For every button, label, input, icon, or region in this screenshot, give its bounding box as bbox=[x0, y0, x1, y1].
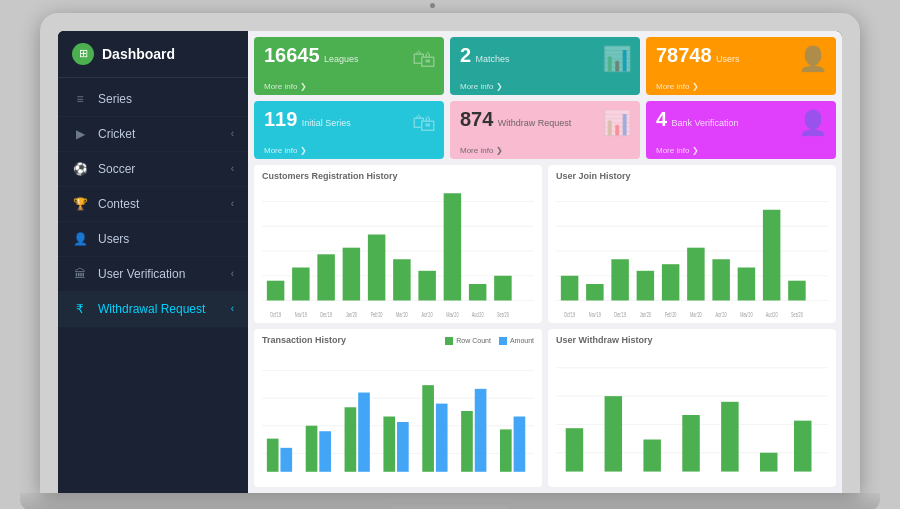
svg-rect-74 bbox=[643, 439, 660, 471]
sidebar-item-users[interactable]: 👤 Users bbox=[58, 222, 248, 257]
svg-rect-37 bbox=[738, 267, 755, 300]
laptop-screen-frame: ⊞ Dashboard ≡ Series ▶ Cricket ‹ bbox=[40, 13, 860, 493]
svg-rect-7 bbox=[317, 254, 334, 300]
initial-series-icon: 🛍 bbox=[412, 109, 436, 137]
leagues-number: 16645 bbox=[264, 44, 320, 66]
stat-card-initial-series: 119 Initial Series 🛍 More info ❯ bbox=[254, 101, 444, 159]
svg-text:Aug'20: Aug'20 bbox=[766, 310, 778, 316]
stat-card-matches: 2 Matches 📊 More info ❯ bbox=[450, 37, 640, 95]
chart-registration-svg: Oct'19 Nov'19 Dec'19 Jan'20 Feb'20 Mar'2… bbox=[262, 185, 534, 317]
legend-amount-label: Amount bbox=[510, 337, 534, 344]
svg-text:Aug'20: Aug'20 bbox=[472, 310, 484, 316]
soccer-icon: ⚽ bbox=[72, 162, 88, 176]
cricket-icon: ▶ bbox=[72, 127, 88, 141]
sidebar: ⊞ Dashboard ≡ Series ▶ Cricket ‹ bbox=[58, 31, 248, 493]
svg-rect-8 bbox=[343, 247, 360, 300]
cricket-label: Cricket bbox=[98, 127, 221, 141]
sidebar-item-withdrawal[interactable]: ₹ Withdrawal Request ‹ bbox=[58, 292, 248, 327]
sidebar-header: ⊞ Dashboard bbox=[58, 31, 248, 78]
withdraw-number: 874 bbox=[460, 108, 493, 130]
users-icon: 👤 bbox=[72, 232, 88, 246]
withdraw-label: Withdraw Request bbox=[498, 118, 572, 128]
user-verification-label: User Verification bbox=[98, 267, 221, 281]
svg-rect-10 bbox=[393, 259, 410, 300]
legend-row-count: Row Count bbox=[445, 337, 491, 345]
svg-rect-61 bbox=[280, 447, 292, 471]
svg-rect-32 bbox=[611, 259, 628, 300]
charts-top-row: Customers Registration History bbox=[248, 165, 842, 329]
svg-rect-9 bbox=[368, 234, 385, 300]
svg-text:Oct'19: Oct'19 bbox=[564, 310, 575, 316]
initial-series-more[interactable]: More info ❯ bbox=[264, 146, 307, 155]
withdrawal-icon: ₹ bbox=[72, 302, 88, 316]
svg-rect-31 bbox=[586, 284, 603, 301]
svg-text:Feb'20: Feb'20 bbox=[371, 310, 383, 316]
svg-rect-33 bbox=[637, 270, 654, 300]
svg-text:Sep'20: Sep'20 bbox=[791, 310, 803, 316]
withdraw-icon: 📊 bbox=[602, 109, 632, 137]
series-label: Series bbox=[98, 92, 234, 106]
cricket-chevron: ‹ bbox=[231, 128, 234, 139]
users-label: Users bbox=[98, 232, 234, 246]
chart-registration: Customers Registration History bbox=[254, 165, 542, 323]
stats-row-2: 119 Initial Series 🛍 More info ❯ 874 Wit… bbox=[248, 101, 842, 165]
camera-bar bbox=[40, 0, 824, 13]
svg-rect-34 bbox=[662, 264, 679, 300]
leagues-icon: 🛍 bbox=[412, 45, 436, 73]
users-number: 78748 bbox=[656, 44, 712, 66]
svg-rect-35 bbox=[687, 247, 704, 300]
contest-chevron: ‹ bbox=[231, 198, 234, 209]
chart-user-join-title: User Join History bbox=[556, 171, 828, 181]
legend-amount-dot bbox=[499, 337, 507, 345]
svg-text:Apr'20: Apr'20 bbox=[422, 310, 433, 316]
bank-more[interactable]: More info ❯ bbox=[656, 146, 699, 155]
charts-bottom-row: Transaction History Row Count bbox=[248, 329, 842, 493]
camera-dot bbox=[430, 3, 435, 8]
svg-rect-55 bbox=[306, 425, 318, 471]
stat-card-withdraw: 874 Withdraw Request 📊 More info ❯ bbox=[450, 101, 640, 159]
chart-transaction-area bbox=[262, 352, 534, 481]
svg-rect-13 bbox=[469, 284, 486, 301]
svg-rect-65 bbox=[436, 403, 448, 471]
svg-rect-78 bbox=[794, 420, 811, 471]
withdrawal-label: Withdrawal Request bbox=[98, 302, 221, 316]
sidebar-item-series[interactable]: ≡ Series bbox=[58, 82, 248, 117]
sidebar-item-user-verification[interactable]: 🏛 User Verification ‹ bbox=[58, 257, 248, 292]
laptop-base bbox=[20, 493, 880, 510]
svg-rect-63 bbox=[358, 392, 370, 471]
matches-number: 2 bbox=[460, 44, 471, 66]
svg-rect-57 bbox=[383, 416, 395, 471]
matches-more[interactable]: More info ❯ bbox=[460, 82, 503, 91]
svg-text:Jan'20: Jan'20 bbox=[346, 310, 357, 316]
sidebar-title: Dashboard bbox=[102, 46, 175, 62]
stats-row-1: 16645 Leagues 🛍 More info ❯ 2 Matches 📊 … bbox=[248, 31, 842, 101]
laptop-base-notch bbox=[390, 503, 510, 509]
legend-row-count-dot bbox=[445, 337, 453, 345]
svg-rect-59 bbox=[461, 410, 473, 471]
svg-text:Dec'19: Dec'19 bbox=[320, 310, 332, 316]
withdraw-more[interactable]: More info ❯ bbox=[460, 146, 503, 155]
leagues-more[interactable]: More info ❯ bbox=[264, 82, 307, 91]
svg-rect-58 bbox=[422, 385, 434, 472]
chart-withdraw-history-area bbox=[556, 349, 828, 481]
svg-text:Oct'19: Oct'19 bbox=[270, 310, 281, 316]
users-stat-label: Users bbox=[716, 54, 740, 64]
sidebar-item-contest[interactable]: 🏆 Contest ‹ bbox=[58, 187, 248, 222]
svg-text:Sep'20: Sep'20 bbox=[497, 310, 509, 316]
svg-text:May'20: May'20 bbox=[446, 310, 458, 316]
contest-icon: 🏆 bbox=[72, 197, 88, 211]
chart-user-join: User Join History bbox=[548, 165, 836, 323]
sidebar-nav: ≡ Series ▶ Cricket ‹ ⚽ Soccer bbox=[58, 78, 248, 493]
chart-user-join-area: Oct'19 Nov'19 Dec'19 Jan'20 Feb'20 Mar'2… bbox=[556, 185, 828, 317]
initial-series-number: 119 bbox=[264, 108, 297, 130]
svg-rect-5 bbox=[267, 280, 284, 300]
sidebar-item-soccer[interactable]: ⚽ Soccer ‹ bbox=[58, 152, 248, 187]
svg-text:Mar'20: Mar'20 bbox=[396, 310, 408, 316]
users-more[interactable]: More info ❯ bbox=[656, 82, 699, 91]
sidebar-item-cricket[interactable]: ▶ Cricket ‹ bbox=[58, 117, 248, 152]
svg-rect-76 bbox=[721, 401, 738, 471]
svg-rect-11 bbox=[418, 270, 435, 300]
bank-icon: 👤 bbox=[798, 109, 828, 137]
svg-rect-62 bbox=[319, 431, 331, 472]
svg-rect-38 bbox=[763, 209, 780, 300]
